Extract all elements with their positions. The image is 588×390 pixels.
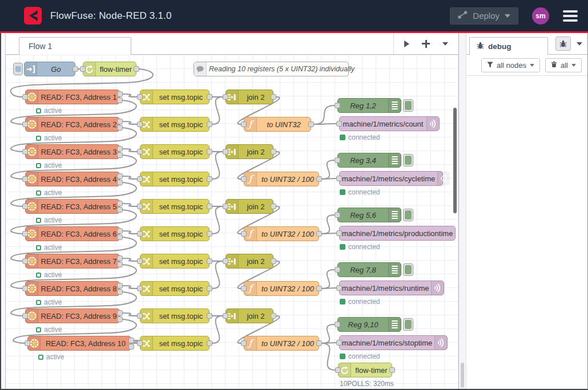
port-in[interactable]: [22, 176, 28, 182]
clear-messages-button[interactable]: all: [545, 58, 582, 72]
port-out[interactable]: [117, 228, 123, 234]
port-in[interactable]: [335, 322, 340, 327]
node-read6[interactable]: READ: FC3, Address 7active: [25, 254, 120, 269]
node-dbg4[interactable]: Reg 9,10: [337, 317, 401, 332]
port-out[interactable]: [134, 66, 139, 72]
tab-debug[interactable]: debug: [469, 37, 548, 55]
node-read1[interactable]: READ: FC3, Address 2active: [25, 117, 120, 132]
port-out[interactable]: [117, 98, 123, 103]
node-fn0[interactable]: ƒto UINT32: [244, 117, 311, 132]
deploy-button[interactable]: Deploy: [450, 7, 518, 25]
port-out[interactable]: [128, 344, 134, 350]
node-go[interactable]: Go: [24, 62, 75, 76]
hamburger-menu-icon[interactable]: [563, 8, 578, 24]
port-out[interactable]: [117, 283, 123, 289]
port-in[interactable]: [137, 258, 143, 264]
port-out[interactable]: [207, 176, 212, 182]
port-in[interactable]: [336, 176, 342, 181]
port-out[interactable]: [271, 204, 276, 209]
flow-canvas[interactable]: Goflow-timerReading 10 registers (5 x UI…: [6, 55, 458, 389]
port-out[interactable]: [117, 316, 123, 322]
port-in[interactable]: [223, 258, 228, 264]
debug-messages-panel[interactable]: [466, 76, 587, 389]
port-out[interactable]: [117, 152, 123, 158]
node-set9[interactable]: set msg.topic: [140, 336, 210, 351]
port-out[interactable]: [117, 201, 123, 206]
node-set7[interactable]: set msg.topic: [140, 281, 210, 296]
node-fn4[interactable]: ƒto UINT32 / 100: [244, 336, 319, 351]
node-set1[interactable]: set msg.topic: [140, 117, 210, 132]
flowfuse-logo[interactable]: [24, 7, 42, 25]
port-in[interactable]: [22, 313, 28, 319]
port-in[interactable]: [335, 157, 340, 163]
port-in[interactable]: [137, 204, 143, 209]
node-mqtt0[interactable]: machine/1/metrics/countconnected: [339, 116, 440, 131]
port-in[interactable]: [137, 176, 143, 182]
node-set2[interactable]: set msg.topic: [140, 144, 210, 159]
node-timer2[interactable]: flow-timer10POLLS: 320ms: [338, 363, 392, 377]
node-comment[interactable]: Reading 10 registers (5 x UINT32) indivi…: [194, 62, 349, 76]
port-out[interactable]: [316, 231, 322, 237]
port-in[interactable]: [223, 149, 228, 155]
node-join4[interactable]: join 2: [225, 308, 273, 323]
port-out[interactable]: [207, 340, 212, 346]
node-join0[interactable]: join 2: [225, 90, 273, 104]
node-read0[interactable]: READ: FC3, Address 1active: [25, 90, 120, 104]
port-in[interactable]: [335, 267, 340, 273]
port-in[interactable]: [335, 367, 341, 373]
node-mqtt1[interactable]: machine/1/metrics/cycletimeconnected: [339, 171, 443, 186]
node-read4[interactable]: READ: FC3, Address 5active: [25, 199, 120, 214]
port-out[interactable]: [117, 125, 123, 131]
port-in[interactable]: [137, 231, 143, 237]
port-in[interactable]: [137, 149, 143, 155]
node-fn1[interactable]: ƒto UINT32 / 100: [244, 172, 319, 186]
port-in[interactable]: [22, 94, 28, 100]
node-read7[interactable]: READ: FC3, Address 8active: [25, 281, 120, 296]
port-out[interactable]: [389, 367, 395, 373]
debug-toggle-button[interactable]: [403, 318, 413, 331]
port-in[interactable]: [241, 286, 247, 291]
node-set8[interactable]: set msg.topic: [140, 308, 210, 323]
port-out[interactable]: [128, 338, 134, 343]
debug-toggle-button[interactable]: [403, 263, 413, 276]
node-set0[interactable]: set msg.topic: [140, 90, 210, 104]
port-in[interactable]: [241, 176, 247, 182]
node-set6[interactable]: set msg.topic: [140, 254, 210, 269]
port-out[interactable]: [207, 121, 212, 127]
port-in[interactable]: [241, 340, 247, 346]
port-out[interactable]: [207, 149, 212, 155]
port-out[interactable]: [207, 258, 212, 264]
node-join2[interactable]: join 2: [225, 199, 273, 214]
sidebar-chevron-down-icon[interactable]: [577, 42, 582, 46]
port-out[interactable]: [207, 204, 212, 209]
debug-panel-bug-button[interactable]: [555, 36, 571, 51]
port-out[interactable]: [117, 146, 123, 152]
port-in[interactable]: [137, 121, 143, 127]
port-out[interactable]: [308, 121, 314, 127]
node-join1[interactable]: join 2: [225, 144, 273, 159]
port-in[interactable]: [223, 94, 228, 100]
node-timer1[interactable]: flow-timer: [83, 62, 136, 76]
port-out[interactable]: [207, 231, 212, 237]
node-dbg1[interactable]: Reg 3,4: [337, 153, 401, 168]
node-join3[interactable]: join 2: [225, 254, 273, 269]
port-in[interactable]: [336, 121, 342, 127]
port-in[interactable]: [22, 286, 28, 291]
canvas-scrollbar[interactable]: [453, 108, 457, 213]
node-set5[interactable]: set msg.topic: [140, 226, 210, 241]
deploy-chevron-down-icon[interactable]: [505, 14, 510, 18]
debug-toggle-button[interactable]: [403, 154, 413, 166]
node-read9[interactable]: READ: FC3, Address 10active: [27, 336, 131, 351]
port-out[interactable]: [117, 255, 123, 261]
port-in[interactable]: [335, 103, 340, 108]
node-dbg0[interactable]: Reg 1,2: [337, 98, 401, 113]
port-out[interactable]: [117, 207, 123, 213]
filter-nodes-button[interactable]: all nodes: [481, 58, 540, 72]
node-read2[interactable]: READ: FC3, Address 3active: [25, 144, 120, 159]
node-set4[interactable]: set msg.topic: [140, 199, 210, 214]
port-in[interactable]: [336, 285, 342, 291]
port-out[interactable]: [316, 286, 322, 291]
port-out[interactable]: [117, 119, 123, 124]
debug-toggle-button[interactable]: [403, 99, 413, 112]
node-dbg3[interactable]: Reg 7,8: [337, 262, 401, 277]
